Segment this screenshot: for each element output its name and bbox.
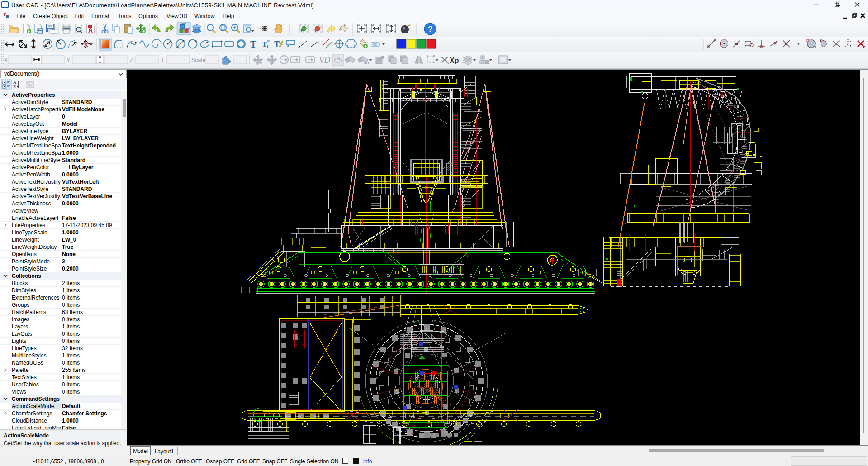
- svg-text:Z: Z: [13, 85, 16, 89]
- svg-text:T: T: [161, 57, 165, 63]
- svg-text:Scale: Scale: [191, 57, 205, 63]
- svg-text:3D: 3D: [364, 61, 369, 65]
- svg-text:T: T: [250, 39, 256, 50]
- svg-text:A: A: [13, 80, 16, 85]
- svg-text:t: t: [267, 43, 269, 50]
- svg-text:Y: Y: [66, 57, 71, 63]
- svg-text:Xp: Xp: [450, 57, 459, 64]
- svg-text:Z: Z: [130, 57, 133, 63]
- svg-text:3D: 3D: [371, 41, 380, 48]
- svg-text:T: T: [274, 40, 280, 49]
- svg-text:?: ?: [428, 25, 432, 33]
- svg-text:X: X: [4, 57, 8, 63]
- svg-text:VD: VD: [319, 55, 331, 65]
